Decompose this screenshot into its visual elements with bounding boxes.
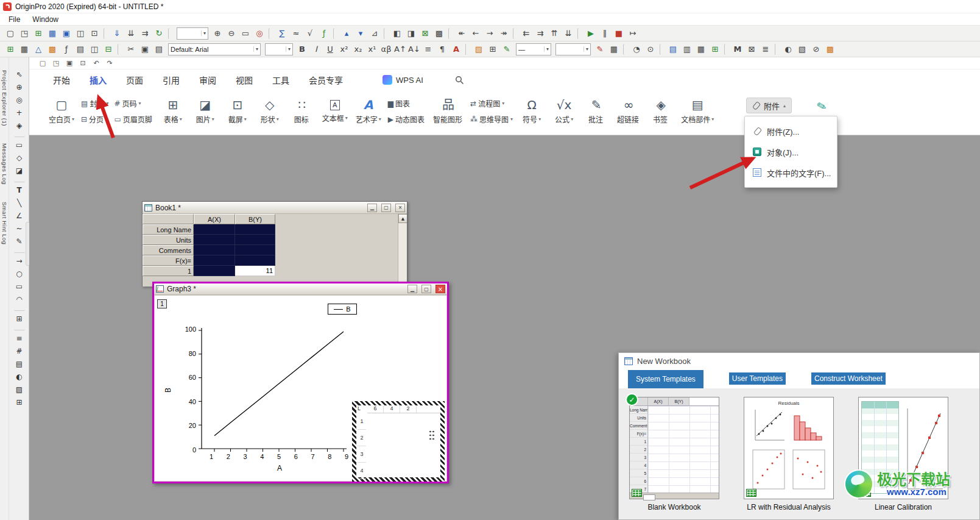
- cell-b[interactable]: [235, 245, 275, 255]
- font-size-combo[interactable]: [265, 43, 293, 55]
- print-doc-icon[interactable]: ⊡: [77, 58, 89, 69]
- align-button[interactable]: ≡: [421, 43, 435, 55]
- notes-tool-icon[interactable]: ▤: [13, 358, 26, 370]
- pattern-tool-icon[interactable]: ▨: [13, 383, 26, 396]
- move-down-icon[interactable]: ⇊: [562, 27, 575, 40]
- dialog-tab[interactable]: System Templates: [628, 370, 703, 388]
- mask-tool-icon[interactable]: ◪: [13, 165, 26, 177]
- new-excel-icon[interactable]: ⊟: [102, 43, 115, 55]
- function-icon[interactable]: ƒ: [317, 27, 331, 40]
- layer-left-icon[interactable]: ◧: [390, 27, 404, 40]
- symbol-button[interactable]: Ω符号▾: [518, 97, 545, 126]
- print-icon[interactable]: ⊡: [88, 27, 101, 40]
- dialog-titlebar[interactable]: New Workbook: [619, 353, 979, 369]
- layer-right-icon[interactable]: ◨: [404, 27, 418, 40]
- row-header[interactable]: F(x)=: [143, 255, 194, 266]
- sort-ascending-icon[interactable]: ▴: [340, 27, 353, 40]
- legend[interactable]: B: [328, 304, 357, 315]
- book1-window[interactable]: Book1 * ▁ ▢ × A(X)B(Y) Long Name Units: [142, 201, 407, 287]
- pattern-icon[interactable]: ▦: [607, 43, 621, 55]
- polyline-tool-icon[interactable]: ∠: [13, 210, 26, 222]
- column-style-icon[interactable]: ▥: [680, 43, 694, 55]
- whole-page-icon[interactable]: ▭: [239, 27, 252, 40]
- undo-icon[interactable]: ↶: [90, 58, 102, 69]
- layout-tool-icon[interactable]: ≡: [13, 332, 26, 344]
- paragraph-button[interactable]: ¶: [435, 43, 449, 55]
- open-icon[interactable]: ◳: [18, 27, 31, 40]
- textbox-button[interactable]: A文本框▾: [321, 99, 349, 124]
- lr-analysis-thumbnail[interactable]: Residuals: [744, 397, 834, 499]
- search-icon[interactable]: [455, 76, 464, 85]
- embed-row-header[interactable]: 4: [358, 463, 366, 479]
- pointer-tool-icon[interactable]: ⇖: [13, 68, 26, 80]
- draw-icon[interactable]: ✎: [500, 43, 513, 55]
- ribbon-tab[interactable]: 插入: [89, 73, 107, 87]
- ribbon-tab[interactable]: 开始: [52, 73, 71, 87]
- column-header[interactable]: A(X): [194, 214, 235, 224]
- halftone-tool-icon[interactable]: ◐: [13, 371, 26, 383]
- cell-a[interactable]: [194, 235, 235, 245]
- save-project-icon[interactable]: ▣: [60, 27, 73, 40]
- import-wizard-icon[interactable]: ⇓: [110, 27, 124, 40]
- italic-button[interactable]: I: [309, 43, 323, 55]
- template-card-blank[interactable]: A(X)B(Y) Long NameUnitsCommentsF(x)=1234…: [629, 397, 720, 511]
- dock-tab[interactable]: Smart Hint Log: [1, 202, 8, 244]
- font-color-button[interactable]: A: [449, 43, 463, 55]
- chevron-down-icon[interactable]: [286, 46, 291, 52]
- cell-a[interactable]: [194, 245, 235, 255]
- matrix-icon[interactable]: ⊠: [418, 27, 432, 40]
- statistics-icon[interactable]: ∑: [275, 27, 289, 40]
- blank-page-button[interactable]: ▢空白页▾: [48, 97, 76, 126]
- book1-titlebar[interactable]: Book1 * ▁ ▢ ×: [143, 202, 407, 214]
- flowchart-button[interactable]: ⇄流程图▾: [470, 98, 513, 109]
- favorites-combo[interactable]: [177, 27, 208, 40]
- freehand-tool-icon[interactable]: ✎: [13, 235, 26, 248]
- layer-badge[interactable]: 1: [157, 299, 167, 308]
- reimport-icon[interactable]: ↻: [152, 27, 166, 40]
- comment-button[interactable]: ✎批注: [583, 97, 610, 126]
- rectangle-tool-icon[interactable]: ▭: [13, 280, 26, 293]
- maximize-button[interactable]: ▢: [381, 204, 391, 212]
- minimize-button[interactable]: ▁: [367, 204, 377, 212]
- ribbon-tab[interactable]: 视图: [235, 73, 253, 87]
- page-break-button[interactable]: ⊟分页▾: [81, 114, 108, 124]
- hatch-icon[interactable]: ▧: [795, 43, 809, 55]
- fill-color-icon[interactable]: ▨: [472, 43, 485, 55]
- subscript-button[interactable]: x₂: [351, 43, 365, 55]
- embed-column-header[interactable]: 4: [384, 405, 400, 413]
- dock-tab[interactable]: Messages Log: [1, 143, 8, 185]
- cell-b[interactable]: 11: [235, 266, 275, 276]
- cell-a[interactable]: [194, 266, 235, 276]
- chevron-down-icon[interactable]: [253, 46, 258, 52]
- run-icon[interactable]: ▶: [584, 27, 598, 40]
- embed-row-header[interactable]: 1: [358, 413, 366, 430]
- import-ascii-icon[interactable]: ⇊: [124, 27, 138, 40]
- table-style-icon[interactable]: ▤: [666, 43, 680, 55]
- shapes-button[interactable]: ◇形状▾: [256, 97, 283, 126]
- bookmark-button[interactable]: ◈书签: [647, 97, 674, 126]
- rotate-tool-icon[interactable]: ◈: [13, 119, 26, 132]
- embedded-worksheet-object[interactable]: L 642 1234: [352, 401, 445, 482]
- pan-tool-icon[interactable]: +: [13, 107, 26, 119]
- math-icon[interactable]: √: [303, 27, 317, 40]
- maximize-button[interactable]: ▢: [421, 285, 431, 293]
- redo-icon[interactable]: ↷: [104, 58, 116, 69]
- insert-graph-tool-icon[interactable]: ⊞: [13, 313, 26, 325]
- pause-icon[interactable]: ‖: [598, 27, 612, 40]
- drag-handle-icon[interactable]: [429, 430, 435, 441]
- move-right-icon[interactable]: ⇉: [534, 27, 547, 40]
- import-multi-icon[interactable]: ⇉: [138, 27, 152, 40]
- hyperlink-button[interactable]: ∞超链接: [615, 97, 642, 126]
- embed-row-header[interactable]: 2: [358, 430, 366, 446]
- move-up-icon[interactable]: ⇈: [548, 27, 561, 40]
- arc-tool-icon[interactable]: ◠: [13, 293, 26, 305]
- matrix-tool-icon[interactable]: M: [731, 43, 744, 55]
- wps-ai-button[interactable]: WPS AI: [382, 75, 423, 85]
- underline-button[interactable]: U: [323, 43, 337, 55]
- page-number-button[interactable]: #页码▾: [114, 98, 153, 109]
- ellipse-tool-icon[interactable]: ○: [13, 268, 26, 280]
- smoothing-icon[interactable]: ≈: [289, 27, 303, 40]
- row-header[interactable]: Comments: [143, 245, 194, 255]
- close-window-icon[interactable]: ⊠: [745, 43, 758, 55]
- ribbon-tab[interactable]: 审阅: [199, 73, 217, 87]
